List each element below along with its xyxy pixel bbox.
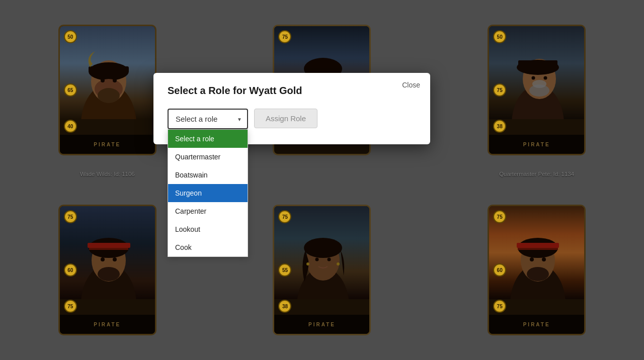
stat-bl-wyatt: 75 [64, 300, 77, 313]
stat-bl: 40 [64, 120, 77, 133]
stat-bl-pete: 38 [493, 120, 506, 133]
stat-tl-pete: 50 [493, 30, 506, 43]
dropdown-item-quartermaster[interactable]: Quartermaster [168, 148, 248, 166]
role-select-wrapper: Select a role Select a role Quartermaste… [168, 109, 248, 129]
stat-tl-wyatt: 75 [64, 210, 77, 223]
role-select-button[interactable]: Select a role [168, 109, 248, 129]
dropdown-item-surgeon[interactable]: Surgeon [168, 184, 248, 202]
modal-overlay [0, 0, 644, 360]
dropdown-item-boatswain[interactable]: Boatswain [168, 166, 248, 184]
dropdown-item-lookout[interactable]: Lookout [168, 220, 248, 238]
role-assignment-modal: Close Select a Role for Wyatt Gold Selec… [153, 73, 430, 144]
stat-tl-wyatt2: 75 [493, 210, 506, 223]
stat-bl-wyatt2: 75 [493, 300, 506, 313]
stat-ml-wyatt: 60 [64, 263, 77, 277]
modal-controls: Select a role Select a role Quartermaste… [168, 109, 416, 129]
stat-tl: 50 [64, 30, 77, 43]
modal-title: Select a Role for Wyatt Gold [168, 85, 416, 97]
dropdown-item-carpenter[interactable]: Carpenter [168, 202, 248, 220]
dropdown-item-placeholder[interactable]: Select a role [168, 130, 248, 148]
role-dropdown: Select a role Quartermaster Boatswain Su… [168, 129, 248, 257]
modal-close-button[interactable]: Close [402, 81, 420, 89]
dropdown-item-cook[interactable]: Cook [168, 238, 248, 256]
stat-ml: 65 [64, 83, 77, 97]
assign-role-button[interactable]: Assign Role [254, 109, 317, 128]
